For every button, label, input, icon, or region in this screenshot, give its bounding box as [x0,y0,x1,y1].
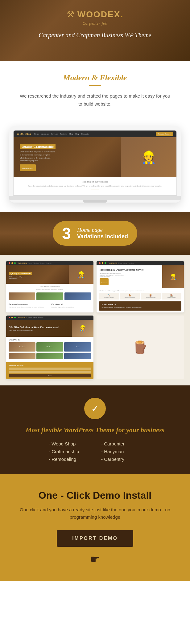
hero-title: Carpenter and Craftman Business WP Theme [12,31,178,39]
flexible-section: ✓ Most flexible WordPress Theme for your… [0,385,190,474]
logo-dot: . [120,10,123,19]
nav-services: Services [51,133,58,135]
sc2-services: 🔨 Demand Carpentry 🪑 Household Furniture… [99,293,181,300]
sc2-hero-btn[interactable]: Learn more [101,282,107,284]
sc3-what-grid: Furniture Hardwood Doors [9,342,91,352]
screenshot-1: WOODEX Home About us Services Projects Q… [6,261,93,312]
sc2-hero-text: Professional & Quality Carpenter Service… [100,268,143,285]
sc1-hero-text: Quality Craftmanship With more than 20 y… [9,270,34,279]
flexible-icon: ✓ [84,398,106,419]
sc1-nav-projects: Projects [46,262,51,264]
variations-number: 3 [62,225,71,241]
sc3-nav-links: Home About Services [28,317,91,318]
sc2-why-title: Why Choose Us [101,303,179,306]
sc1-nav-links: Home About us Services Projects [28,262,91,264]
flexible-item-woodshop: - Wood Shop [49,441,89,446]
sc2-service-2-icon: 🪑 [121,294,139,297]
sc1-nav-about: About us [33,262,39,264]
screenshots-section: WOODEX Home About us Services Projects Q… [0,255,190,385]
sc1-hero: Quality Craftmanship With more than 20 y… [6,265,93,284]
sc3-request-title: Request Service [9,364,91,367]
laptop-nav: WOODEX Home About us Services Projects B… [14,131,176,137]
sc3-extra-3 [64,353,91,359]
sc2-logo: WOODEX [109,262,117,264]
nav-shop: Shop [75,133,79,135]
laptop-wrap: WOODEX Home About us Services Projects B… [9,126,181,203]
laptop-nav-links: Home About us Services Projects Blog Sho… [34,133,153,135]
sc1-passion-text: Take and given excellent scaffolding car… [9,306,49,308]
laptop-content-desc: We offer administration indoor and open … [18,185,172,188]
sc1-nav-services: Services [40,262,45,264]
sc3-nav: WOODEX Home About Services [6,316,93,320]
laptop-hero-cta[interactable]: Our Services [22,167,33,170]
sc4-placeholder: 🪵 [97,316,184,379]
sc2-service-2-text: Household Furniture [121,297,139,298]
logo-subtitle: Carpenter job [12,21,178,26]
sc4-wood-img: 🪵 [97,316,184,379]
variations-badge: 3 Home page Variations included [53,221,137,246]
nav-blog: Blog [69,133,73,135]
laptop-base [9,196,181,200]
logo-wordex: WOODEX [77,10,121,19]
sc1-hero-desc: With more than 20 years of involvement..… [9,276,34,279]
sc2-service-2: 🪑 Household Furniture [120,293,140,300]
sc3-nav-about: About [33,317,37,318]
sc2-service-1-icon: 🔨 [100,294,118,297]
demo-description: One click and you have a ready site just… [12,506,178,521]
laptop-hero-text: Quality Craftmanship With more than 20 y… [20,143,57,171]
laptop-container: WOODEX Home About us Services Projects B… [0,120,190,212]
sc1-hero-img: 👷 [69,265,93,284]
laptop-nav-btn[interactable]: Request Service [156,132,173,136]
nav-home: Home [34,133,39,135]
sc3-body: What We Do Furniture Hardwood Doors [6,337,93,362]
sc2-nav-home: Home [118,262,122,264]
sc3-item-2: Hardwood [36,342,63,352]
sc3-hero-text: We Give Solution to Your Carpenter need … [9,326,59,331]
import-demo-button[interactable]: IMPORT DEMO [57,530,133,547]
demo-section: One - Click Demo Install One click and y… [0,474,190,581]
sc3-input-2[interactable] [9,371,91,373]
sc1-body: Rich mix on our workshop We offer admini… [6,284,93,310]
sc2-hero-img: 👷 [162,265,184,288]
sc3-item-3-text: Doors [76,346,79,348]
logo-icon: ⚒ [67,9,74,19]
sc3-item-1: Furniture [9,342,35,352]
sc2-hero-desc: We are woodex offer any possible carpent… [100,273,124,277]
sc3-item-3: Doors [64,342,91,352]
sc3-nav-services: Services [38,317,43,318]
sc3-submit-label: Send [48,375,52,376]
sc1-thumb-2 [36,292,63,300]
sc3-extra-1 [9,353,35,359]
sc2-service-3-icon: 🪵 [141,294,160,297]
laptop-hero-badge: Quality Craftmanship [20,144,56,149]
sc2-service-4: 🏠 Interior Decking [162,293,182,300]
sc3-nav-home: Home [28,317,32,318]
hero-section: ⚒ WOODEX. Carpenter job Carpenter and Cr… [0,0,190,61]
sc1-nav-home: Home [28,262,32,264]
sc1-body-desc: We offer administration indoor and open … [9,289,91,291]
sc2-dot-red [99,262,101,264]
modern-section: Modern & Flexible We researched the indu… [0,61,190,120]
laptop-hero-desc: With more than 20 years of involvement i… [20,151,57,163]
sc1-choose-text: Remember it goes after our trust later. [51,306,91,308]
sc1-choose: Why choose us? Remember it goes after ou… [51,302,91,308]
flexible-item-craftmanship: - Craftmanship [49,449,89,454]
variations-section: 3 Home page Variations included [0,212,190,255]
flexible-item-hanyman: - Hanyman [101,449,141,454]
sc1-dot-red [9,262,10,264]
laptop-stand [83,200,107,203]
sc2-service-4-icon: 🏠 [162,294,181,297]
sc4-wood-icon: 🪵 [133,340,148,355]
sc3-hero-desc: Take and given excellent scaffolding... [9,329,59,331]
screenshot-3: WOODEX Home About Services We Give Solut… [6,316,93,379]
nav-contacts: Contacts [81,133,89,135]
laptop-content: Rich mix on our workshop We offer admini… [14,177,176,195]
sc1-thumb-3 [64,292,91,300]
laptop-content-title: Rich mix on our workshop [18,180,172,183]
flexible-title: Most flexible WordPress Theme for your b… [12,425,178,435]
sc3-what-title: What We Do [9,339,91,341]
sc1-passion-title: Carpentry is our passion [9,303,49,305]
sc3-input-1[interactable] [9,368,91,370]
sc3-submit-btn[interactable]: Send [9,374,91,377]
nav-about: About us [41,133,49,135]
